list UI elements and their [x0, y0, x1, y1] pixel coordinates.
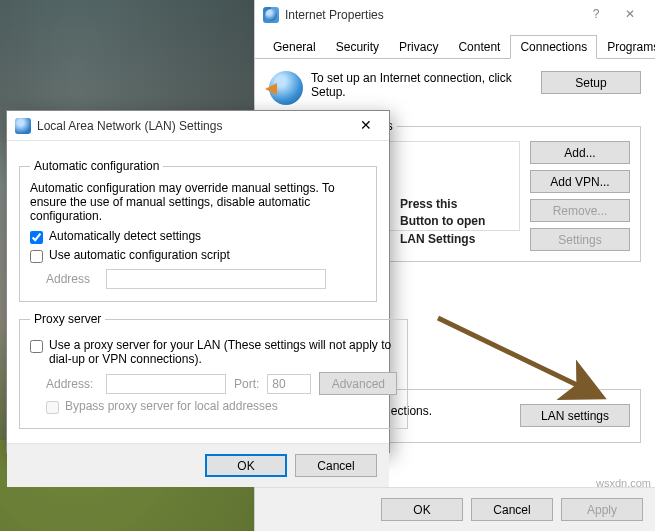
globe-arrow-icon	[269, 71, 303, 105]
ip-cancel-button[interactable]: Cancel	[471, 498, 553, 521]
tab-general[interactable]: General	[263, 35, 326, 59]
script-address-input	[106, 269, 326, 289]
setup-button[interactable]: Setup	[541, 71, 641, 94]
setup-message: To set up an Internet connection, click …	[311, 71, 541, 99]
internet-properties-titlebar: Internet Properties ? ✕	[255, 0, 655, 30]
auto-detect-row[interactable]: Automatically detect settings	[30, 229, 366, 244]
internet-properties-title: Internet Properties	[285, 8, 579, 22]
add-button[interactable]: Add...	[530, 141, 630, 164]
script-address-label: Address	[46, 272, 98, 286]
use-proxy-label: Use a proxy server for your LAN (These s…	[49, 338, 397, 366]
annotation-text: Press this Button to open LAN Settings	[400, 196, 485, 248]
bypass-local-row: Bypass proxy server for local addresses	[46, 399, 397, 414]
tab-content[interactable]: Content	[448, 35, 510, 59]
auto-detect-label: Automatically detect settings	[49, 229, 201, 243]
watermark: wsxdn.com	[596, 477, 651, 489]
lan-cancel-button[interactable]: Cancel	[295, 454, 377, 477]
proxy-group: Proxy server Use a proxy server for your…	[19, 312, 408, 429]
proxy-legend: Proxy server	[30, 312, 105, 326]
auto-script-label: Use automatic configuration script	[49, 248, 230, 262]
annotation-line-3: LAN Settings	[400, 231, 485, 248]
use-proxy-row[interactable]: Use a proxy server for your LAN (These s…	[30, 338, 397, 366]
ip-ok-button[interactable]: OK	[381, 498, 463, 521]
tab-strip: General Security Privacy Content Connect…	[255, 34, 655, 59]
auto-config-group: Automatic configuration Automatic config…	[19, 159, 377, 302]
lan-footer: OK Cancel	[7, 443, 389, 487]
proxy-address-input	[106, 374, 226, 394]
dial-settings-button: Settings	[530, 228, 630, 251]
proxy-port-label: Port:	[234, 377, 259, 391]
use-proxy-checkbox[interactable]	[30, 340, 43, 353]
internet-properties-footer: OK Cancel Apply	[255, 487, 655, 531]
lan-settings-window: Local Area Network (LAN) Settings ✕ Auto…	[6, 110, 390, 453]
auto-config-legend: Automatic configuration	[30, 159, 163, 173]
tab-programs[interactable]: Programs	[597, 35, 655, 59]
add-vpn-button[interactable]: Add VPN...	[530, 170, 630, 193]
annotation-line-1: Press this	[400, 196, 485, 213]
remove-button: Remove...	[530, 199, 630, 222]
tab-privacy[interactable]: Privacy	[389, 35, 448, 59]
auto-config-message: Automatic configuration may override man…	[30, 181, 366, 223]
lan-title: Local Area Network (LAN) Settings	[37, 119, 351, 133]
proxy-address-label: Address:	[46, 377, 98, 391]
proxy-port-input	[267, 374, 311, 394]
tab-connections[interactable]: Connections	[510, 35, 597, 59]
internet-options-icon	[15, 118, 31, 134]
help-button[interactable]: ?	[579, 4, 613, 26]
bypass-local-label: Bypass proxy server for local addresses	[65, 399, 278, 413]
close-button[interactable]: ✕	[613, 4, 647, 26]
lan-ok-button[interactable]: OK	[205, 454, 287, 477]
auto-script-checkbox[interactable]	[30, 250, 43, 263]
ip-apply-button: Apply	[561, 498, 643, 521]
bypass-local-checkbox	[46, 401, 59, 414]
lan-settings-button[interactable]: LAN settings	[520, 404, 630, 427]
internet-options-icon	[263, 7, 279, 23]
annotation-line-2: Button to open	[400, 213, 485, 230]
tab-security[interactable]: Security	[326, 35, 389, 59]
lan-titlebar: Local Area Network (LAN) Settings ✕	[7, 111, 389, 141]
lan-close-button[interactable]: ✕	[351, 115, 381, 137]
auto-detect-checkbox[interactable]	[30, 231, 43, 244]
auto-script-row[interactable]: Use automatic configuration script	[30, 248, 366, 263]
proxy-advanced-button: Advanced	[319, 372, 397, 395]
